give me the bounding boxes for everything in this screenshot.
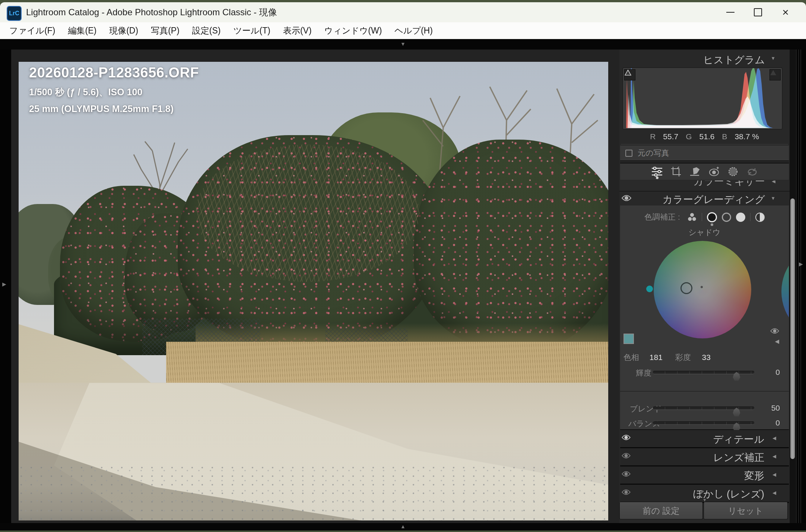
photo-vines	[196, 144, 420, 282]
panel-title: ディテール	[713, 433, 764, 446]
divider	[620, 391, 789, 392]
histogram-plot[interactable]	[623, 68, 782, 129]
adjacent-wheel-sliver	[781, 228, 789, 347]
color-mixer-header-clipped[interactable]: カラーミキサー ◀	[619, 181, 790, 191]
panel-eye-icon[interactable]	[622, 489, 631, 497]
collapse-left-icon: ◀	[772, 435, 776, 441]
menu-window[interactable]: ウィンドウ(W)	[318, 22, 388, 39]
triangle-up-icon	[625, 70, 631, 76]
menu-develop[interactable]: 現像(D)	[103, 22, 145, 39]
mode-shadows-icon[interactable]	[707, 212, 717, 222]
color-grading-title: カラーグレーディング	[663, 193, 765, 206]
r-value: 55.7	[663, 132, 678, 141]
original-photo-checkbox[interactable]	[625, 150, 632, 157]
sync-icon[interactable]	[746, 165, 758, 178]
masking-icon[interactable]	[727, 165, 739, 178]
luminance-slider-row: 輝度 0	[620, 366, 789, 379]
menu-photo[interactable]: 写真(P)	[145, 22, 186, 39]
menu-help[interactable]: ヘルプ(H)	[388, 22, 439, 39]
shadow-clipping-indicator[interactable]	[624, 69, 635, 80]
histogram-title: ヒストグラム	[703, 53, 765, 67]
scrollbar-thumb[interactable]	[790, 198, 795, 459]
mode-midtones-icon[interactable]	[722, 213, 731, 222]
g-value: 51.6	[699, 132, 715, 141]
bottom-panel-collapse-strip[interactable]: ▲	[0, 523, 806, 531]
right-panel-collapse-strip[interactable]: ▶	[796, 50, 806, 523]
menu-view[interactable]: 表示(V)	[277, 22, 318, 39]
blend-slider-row: ブレンド 50	[620, 402, 789, 415]
close-button[interactable]: ×	[773, 2, 798, 22]
histogram-header[interactable]: ヒストグラム ▼	[619, 50, 790, 68]
menu-file[interactable]: ファイル(F)	[3, 22, 62, 39]
b-value: 38.7 %	[734, 132, 759, 141]
minimize-button[interactable]	[718, 2, 743, 22]
menu-edit[interactable]: 編集(E)	[62, 22, 103, 39]
maximize-icon	[754, 8, 762, 16]
panel-eye-icon[interactable]	[622, 434, 631, 442]
photo-lens-info: 25 mm (OLYMPUS M.25mm F1.8)	[29, 103, 199, 114]
panel-detail[interactable]: ディテール ◀	[620, 430, 789, 448]
luminance-slider-track[interactable]	[653, 371, 754, 374]
color-grading-header[interactable]: カラーグレーディング ▼	[619, 192, 790, 206]
color-swatch[interactable]	[623, 334, 634, 344]
mode-3way-icon[interactable]	[687, 212, 697, 222]
window-title: Lightroom Catalog - Adobe Photoshop Ligh…	[26, 2, 277, 22]
menu-tools[interactable]: ツール(T)	[227, 22, 276, 39]
panel-eye-icon[interactable]	[622, 194, 631, 203]
sat-label: 彩度	[675, 353, 691, 361]
expand-right-icon: ▶	[799, 261, 803, 267]
previous-settings-button[interactable]: 前の 設定	[619, 502, 703, 519]
balance-slider-track[interactable]	[653, 421, 754, 425]
collapse-up-icon: ▲	[400, 523, 406, 529]
panel-eye-icon[interactable]	[622, 471, 631, 479]
luminance-label: 輝度	[636, 368, 651, 378]
panel-eye-icon[interactable]	[622, 452, 631, 461]
original-photo-row[interactable]: 元の写真	[620, 146, 789, 161]
panel-scrollbar[interactable]	[790, 50, 796, 523]
chevron-down-icon: ▼	[771, 195, 775, 201]
tone-adjust-label: 色調補正 :	[644, 212, 680, 222]
tone-adjust-mode-row: 色調補正 :	[620, 211, 789, 223]
close-icon: ×	[782, 7, 789, 18]
r-label: R	[650, 132, 656, 141]
lightroom-window: LrC Lightroom Catalog - Adobe Photoshop …	[0, 0, 806, 532]
luminance-value: 0	[775, 368, 780, 377]
panel-transform[interactable]: 変形 ◀	[620, 466, 789, 485]
hue-indicator-dot[interactable]	[646, 286, 653, 292]
red-eye-icon[interactable]	[708, 165, 720, 178]
g-label: G	[686, 132, 692, 141]
luminance-slider-thumb[interactable]	[733, 372, 740, 381]
menu-bar: ファイル(F) 編集(E) 現像(D) 写真(P) 設定(S) ツール(T) 表…	[0, 22, 806, 39]
color-wheel-selection-ring[interactable]	[680, 282, 692, 294]
collapse-left-icon: ◀	[772, 453, 776, 459]
color-mixer-title: カラーミキサー	[694, 181, 765, 188]
photo-info-overlay: 20260128-P1283656.ORF 1/500 秒 (ƒ / 5.6)、…	[29, 65, 199, 114]
blend-slider-track[interactable]	[653, 407, 754, 410]
histogram-rgb-readout: R 55.7 G 51.6 B 38.7 %	[619, 130, 790, 143]
crop-icon[interactable]	[670, 165, 682, 178]
reset-button[interactable]: リセット	[704, 502, 788, 519]
menu-settings[interactable]: 設定(S)	[186, 22, 227, 39]
color-grading-body: 色調補正 : シャドウ ◀	[620, 206, 789, 430]
photo-canvas[interactable]: 20260128-P1283656.ORF 1/500 秒 (ƒ / 5.6)、…	[19, 62, 608, 520]
left-panel-collapse-strip[interactable]: ▶	[0, 50, 12, 523]
panel-title: レンズ補正	[713, 451, 764, 464]
panel-title: 変形	[744, 469, 764, 482]
histogram-svg	[623, 68, 781, 128]
minimize-icon	[726, 12, 734, 13]
adjust-sliders-icon[interactable]	[651, 165, 663, 178]
collapse-left-icon[interactable]: ◀	[775, 338, 779, 345]
mode-highlights-icon[interactable]	[736, 213, 745, 222]
preview-eye-icon[interactable]	[770, 328, 779, 336]
panel-lens-corrections[interactable]: レンズ補正 ◀	[620, 448, 789, 466]
top-panel-collapse-strip[interactable]: ▼	[0, 39, 806, 50]
color-wheel[interactable]	[654, 241, 751, 338]
adjacent-wheel	[781, 243, 789, 340]
blend-slider-thumb[interactable]	[733, 408, 740, 417]
healing-eraser-icon[interactable]	[689, 165, 701, 178]
footer-collapse-icon[interactable]: ▼	[701, 497, 708, 503]
highlight-clipping-indicator[interactable]	[769, 69, 781, 80]
maximize-button[interactable]	[746, 2, 770, 22]
chevron-down-icon: ▼	[771, 55, 775, 61]
mode-global-icon[interactable]	[755, 213, 765, 222]
